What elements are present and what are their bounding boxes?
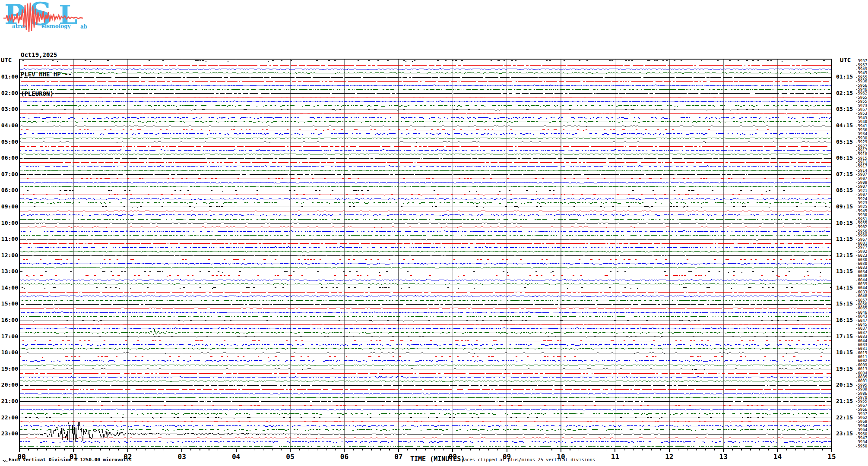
seismogram-trace-row-90 bbox=[20, 425, 831, 427]
seismogram-trace-row-83 bbox=[20, 397, 831, 398]
minute-tick-label: 07 bbox=[394, 453, 402, 461]
seismogram-trace-row-66 bbox=[20, 327, 831, 329]
seismogram-trace-row-1 bbox=[20, 65, 831, 65]
seismogram-trace-row-12 bbox=[20, 109, 831, 110]
seismogram-trace-row-13 bbox=[20, 113, 831, 114]
seismogram-trace-row-6 bbox=[20, 85, 831, 86]
seismogram-trace-row-36 bbox=[20, 206, 831, 208]
seismogram-trace-row-27 bbox=[20, 170, 831, 171]
seismogram-trace-row-51 bbox=[20, 267, 831, 268]
seismogram-trace-row-74 bbox=[20, 360, 831, 362]
minute-tick-label: 12 bbox=[665, 453, 673, 461]
seismogram-trace-row-80 bbox=[20, 385, 831, 386]
seismogram-trace-row-72 bbox=[20, 353, 831, 354]
seismogram-trace-row-42 bbox=[20, 230, 831, 232]
seismogram-trace-row-2 bbox=[20, 68, 831, 70]
seismogram-trace-row-65 bbox=[20, 324, 831, 325]
seismogram-trace-row-44 bbox=[20, 239, 831, 240]
seismogram-trace-row-31 bbox=[20, 186, 831, 187]
seismogram-trace-row-16 bbox=[20, 126, 831, 127]
seismogram-trace-row-53 bbox=[20, 275, 831, 276]
seismogram-trace-row-24 bbox=[20, 158, 831, 159]
seismogram-trace-row-19 bbox=[20, 138, 831, 139]
seismogram-trace-row-17 bbox=[20, 129, 831, 130]
seismogram-trace-row-38 bbox=[20, 214, 831, 216]
seismogram-trace-row-40 bbox=[20, 223, 831, 224]
seismogram-trace-row-54 bbox=[20, 279, 831, 281]
seismogram-trace-row-23 bbox=[20, 154, 831, 154]
minute-tick-label: 05 bbox=[286, 453, 294, 461]
seismogram-trace-row-95 bbox=[20, 446, 831, 447]
seismogram-trace-row-68 bbox=[20, 336, 831, 337]
minute-tick-label: 15 bbox=[827, 453, 836, 461]
minute-tick-label: 04 bbox=[232, 453, 240, 461]
seismogram-trace-row-59 bbox=[20, 300, 831, 301]
seismogram-trace-row-4 bbox=[20, 77, 831, 78]
seismogram-trace-row-67 bbox=[20, 329, 831, 335]
helicorder-screen: P S L atras eismology ab Oct19,2025 PLEV… bbox=[0, 0, 868, 466]
vertical-division-note: Each Vertical Division = 1250.00 microvo… bbox=[9, 457, 132, 463]
seismogram-trace-row-3 bbox=[20, 72, 831, 73]
seismogram-trace-row-33 bbox=[20, 194, 831, 195]
seismogram-trace-row-61 bbox=[20, 308, 831, 309]
seismogram-trace-row-21 bbox=[20, 146, 831, 146]
seismogram-trace-row-64 bbox=[20, 320, 831, 321]
seismogram-trace-row-7 bbox=[20, 89, 831, 90]
seismogram-trace-row-11 bbox=[20, 105, 831, 106]
seismogram-trace-row-25 bbox=[20, 162, 831, 163]
seismogram-trace-row-26 bbox=[20, 165, 831, 167]
seismogram-trace-row-75 bbox=[20, 365, 831, 365]
seismogram-trace-row-62 bbox=[20, 312, 831, 313]
seismogram-trace-row-79 bbox=[20, 381, 831, 381]
seismogram-trace-row-9 bbox=[20, 97, 831, 98]
seismogram-trace-row-85 bbox=[20, 405, 831, 406]
seismogram-trace-row-86 bbox=[20, 409, 831, 410]
seismogram-trace-row-5 bbox=[20, 81, 831, 82]
seismogram-trace-row-81 bbox=[20, 389, 831, 390]
seismogram-trace-row-52 bbox=[20, 271, 831, 273]
seismogram-trace-row-14 bbox=[20, 117, 831, 119]
minute-tick-label: 11 bbox=[611, 453, 619, 461]
seismogram-trace-row-88 bbox=[20, 417, 831, 419]
seismogram-trace-row-55 bbox=[20, 283, 831, 284]
seismogram-trace-row-49 bbox=[20, 259, 831, 260]
seismogram-trace-row-50 bbox=[20, 263, 831, 264]
seismogram-trace-row-41 bbox=[20, 227, 831, 227]
seismogram-trace-row-20 bbox=[20, 142, 831, 143]
seismogram-trace-row-30 bbox=[20, 182, 831, 183]
minute-tick-label: 13 bbox=[719, 453, 728, 461]
seismogram-trace-row-15 bbox=[20, 121, 831, 122]
minute-tick-label: 14 bbox=[773, 453, 782, 461]
seismogram-trace-row-76 bbox=[20, 368, 831, 370]
seismogram-trace-row-84 bbox=[20, 401, 831, 402]
seismogram-trace-row-71 bbox=[20, 348, 831, 349]
seismogram-trace-row-87 bbox=[20, 413, 831, 414]
seismogram-trace-row-91 bbox=[20, 429, 831, 430]
seismogram-trace-row-35 bbox=[20, 202, 831, 203]
x-axis-title: TIME (MINUTES) bbox=[410, 455, 465, 463]
seismogram-trace-row-69 bbox=[20, 340, 831, 341]
seismogram-trace-row-28 bbox=[20, 174, 831, 175]
seismogram-trace-row-57 bbox=[20, 292, 831, 292]
seismogram-trace-row-89 bbox=[20, 421, 831, 422]
seismogram-trace-row-39 bbox=[20, 219, 831, 220]
seismogram-trace-row-60 bbox=[20, 304, 831, 305]
seismogram-trace-row-82 bbox=[20, 393, 831, 394]
seismogram-trace-row-77 bbox=[20, 373, 831, 373]
seismogram-trace-row-32 bbox=[20, 190, 831, 192]
seismogram-trace-row-58 bbox=[20, 295, 831, 297]
minute-tick-label: 03 bbox=[178, 453, 186, 461]
seismogram-trace-row-70 bbox=[20, 344, 831, 346]
seismogram-trace-row-94 bbox=[20, 441, 831, 443]
seismogram-trace-row-0 bbox=[20, 60, 831, 62]
seismogram-trace-row-48 bbox=[20, 255, 831, 256]
seismogram-trace-row-73 bbox=[20, 356, 831, 357]
seismogram-trace-row-18 bbox=[20, 133, 831, 135]
seismogram-plot: 00010203040506070809101112131415 bbox=[0, 0, 868, 466]
seismogram-trace-row-56 bbox=[20, 287, 831, 289]
seismogram-trace-row-45 bbox=[20, 243, 831, 244]
seismogram-trace-row-63 bbox=[20, 316, 831, 317]
seismogram-trace-row-47 bbox=[20, 251, 831, 252]
seismogram-trace-row-8 bbox=[20, 93, 831, 94]
seismogram-trace-row-34 bbox=[20, 198, 831, 200]
